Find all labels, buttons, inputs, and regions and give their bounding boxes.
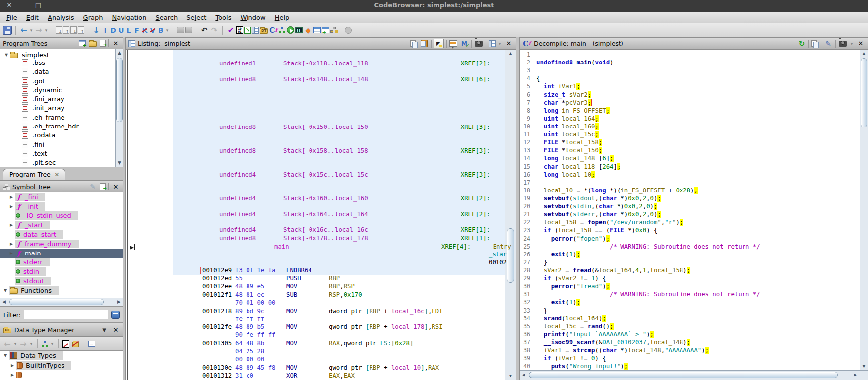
tree-item-root[interactable]: ▼simplest	[0, 49, 123, 58]
layout-dropdown-icon[interactable]: ▾	[50, 339, 54, 348]
decompile-line-22[interactable]: 22 local_158 = fopen("/dev/urandom","r")…	[520, 218, 859, 226]
symbol-tree-hscrollbar[interactable]: ◀ ▶	[0, 298, 123, 306]
xref-continuation[interactable]: _star	[489, 251, 507, 258]
scroll-right-icon[interactable]: ▶	[852, 371, 859, 379]
expander-icon[interactable]: ▶	[8, 242, 15, 246]
nav-data-icon[interactable]: D	[110, 26, 117, 35]
variable-row[interactable]: undefined8Stack[-0x150...local_150XREF[3…	[126, 124, 505, 131]
listing-options-icon[interactable]	[489, 40, 496, 47]
dropdown-icon[interactable]: ▼	[100, 325, 109, 334]
xref-target[interactable]: Entry	[493, 243, 511, 250]
variable-row[interactable]: undefined4Stack[-0x16c...local_16cXREF[1…	[126, 226, 505, 234]
copy-icon[interactable]	[811, 40, 818, 47]
nav-function-icon[interactable]: F	[133, 26, 140, 35]
symbol-tree-item-_start[interactable]: ▶ƒ_start	[0, 220, 123, 230]
decompile-line-30[interactable]: 30 perror("fread");	[520, 282, 859, 290]
decompile-line-33[interactable]: 33 }	[520, 307, 859, 315]
edit-pencil-icon[interactable]: ✎	[88, 182, 97, 191]
data-type-manager-icon[interactable]: DT	[260, 28, 268, 34]
variable-row[interactable]: undefined8Stack[-0x158...local_158XREF[3…	[126, 147, 505, 155]
filter-pointers-off-icon[interactable]	[71, 339, 80, 348]
validate-icon[interactable]: ✔	[226, 26, 235, 35]
decompile-line-32[interactable]: 32 exit(1);	[520, 298, 859, 306]
scroll-up-icon[interactable]: ▲	[860, 50, 868, 57]
dtm-item-builtintypes[interactable]: ▶BuiltInTypes	[0, 361, 123, 371]
menu-graph[interactable]: Graph	[79, 13, 108, 22]
function-call-trees-icon[interactable]	[330, 27, 337, 33]
back-icon[interactable]: ←	[19, 26, 28, 35]
close-icon[interactable]: ✕	[111, 39, 120, 48]
edit-fields-icon[interactable]	[449, 40, 457, 47]
scroll-up-icon[interactable]: ▲	[116, 49, 123, 57]
menu-edit[interactable]: Edit	[22, 13, 43, 22]
paste-icon[interactable]	[421, 40, 428, 47]
xref-label[interactable]: XREF[2]:	[461, 211, 490, 218]
instruction-row[interactable]: 001012ee48 89 e5MOVRBP,RSP	[126, 283, 505, 291]
nav-label-icon[interactable]: L	[125, 26, 132, 35]
tree-item-section[interactable]: .bss	[0, 58, 123, 67]
register-manager-icon[interactable]: ◆	[304, 26, 312, 35]
menu-navigation[interactable]: Navigation	[107, 13, 151, 22]
variable-row[interactable]: undefined4Stack[-0x160...local_160XREF[2…	[126, 195, 505, 203]
open-folder-icon[interactable]	[89, 41, 97, 47]
xref-label[interactable]: XREF[2]:	[461, 60, 490, 67]
tree-item-section[interactable]: .init_array	[0, 104, 123, 113]
decompile-line-10[interactable]: 10 uint local_160;	[520, 123, 859, 130]
variable-row[interactable]: undefined8Stack[-0x178...local_178XREF[1…	[126, 235, 505, 243]
forward-icon[interactable]: →	[19, 339, 28, 348]
expander-icon[interactable]: ▶	[8, 195, 15, 199]
decompile-line-2[interactable]: 2undefined8 main(void)	[520, 59, 859, 66]
decompile-line-23[interactable]: 23 if (local_158 == (FILE *)0x0) {	[520, 226, 859, 234]
decompile-line-36[interactable]: 36 printf("Input `AAAAAAAA` > ");	[520, 330, 859, 338]
new-tree-icon[interactable]	[79, 40, 86, 46]
close-icon[interactable]: ✕	[111, 182, 120, 191]
instruction-row[interactable]: 001012fe48 89 b5MOVqword ptr [RBP + loca…	[126, 323, 505, 331]
scroll-up-icon[interactable]: ▲	[507, 50, 514, 57]
xref-continuation[interactable]: 00102	[489, 259, 507, 266]
scroll-thumb[interactable]	[9, 299, 104, 305]
save-icon[interactable]	[3, 26, 12, 35]
back-icon[interactable]: →	[3, 339, 12, 348]
decompile-line-20[interactable]: 20 setvbuf(stdin,(char *)0x0,2,0);	[520, 202, 859, 210]
decompile-line-28[interactable]: 28 sVar2 = fread(&local_164,4,1,local_15…	[520, 266, 859, 274]
prev-highlight-icon[interactable]	[70, 26, 77, 34]
decompile-line-37[interactable]: 37 __isoc99_scanf(&DAT_00102037,local_14…	[520, 338, 859, 346]
scroll-down-icon[interactable]: ▼	[507, 372, 514, 380]
nav-bookmark-icon[interactable]: B	[157, 26, 164, 35]
decompile-line-39[interactable]: 39 if (iVar1 != 0) {	[520, 354, 859, 362]
symbol-tree-item-functions[interactable]: ▼Functions	[0, 286, 123, 295]
expander-icon[interactable]: ▶	[9, 363, 16, 368]
expander-icon[interactable]: ▶	[9, 373, 16, 377]
tree-item-section[interactable]: .plt.sec	[0, 158, 123, 167]
scroll-left-icon[interactable]: ◀	[0, 298, 8, 306]
decompile-line-14[interactable]: 14 long local_148 [6];	[520, 154, 859, 162]
clear-with-options-icon[interactable]	[185, 27, 192, 33]
clear-tool-icon[interactable]	[177, 27, 184, 33]
decompile-line-35[interactable]: 35 local_15c = rand();	[520, 322, 859, 330]
tree-item-section[interactable]: .fini_array	[0, 94, 123, 103]
listing-row[interactable]: 04 25 28	[126, 348, 505, 356]
tree-item-section[interactable]: .text	[0, 149, 123, 158]
decompiler-hscrollbar[interactable]: ◀ ▶	[520, 370, 868, 380]
symbol-tree-item-stdin[interactable]: stdin	[0, 267, 123, 276]
decompile-line-29[interactable]: 29 if (sVar2 != 1) {	[520, 274, 859, 282]
xref-label[interactable]: XREF[3]:	[461, 171, 490, 178]
decompile-line-25[interactable]: 25 /* WARNING: Subroutine does not retur…	[520, 243, 859, 251]
decompile-line-38[interactable]: 38 iVar1 = strcmp((char *)local_148,"AAA…	[520, 346, 859, 354]
nav-non-value-icon[interactable]: V	[149, 26, 156, 35]
variable-row[interactable]: undefined1Stack[-0x118...local_118XREF[2…	[126, 60, 505, 68]
tree-item-section[interactable]: .rodata	[0, 131, 123, 140]
symbol-tree-item-main[interactable]: ▶ƒmain	[0, 249, 123, 258]
back-dropdown-icon[interactable]: ▾	[13, 339, 17, 348]
symbol-tree-item-frame_dummy[interactable]: ▶ƒframe_dummy	[0, 239, 123, 249]
menu-analysis[interactable]: Analysis	[43, 13, 79, 22]
bytes-viewer-icon[interactable]: 1001	[236, 26, 243, 34]
listing-options-dropdown-icon[interactable]: ▾	[498, 39, 502, 48]
variable-row[interactable]: undefined4Stack[-0x164...local_164XREF[2…	[126, 211, 505, 219]
back-dropdown-icon[interactable]: ▾	[29, 26, 33, 35]
menu-tools[interactable]: Tools	[211, 13, 236, 22]
filter-options-icon[interactable]	[111, 311, 120, 319]
menu-file[interactable]: File	[2, 13, 22, 22]
expander-icon[interactable]: ▶	[8, 223, 15, 227]
dtm-item-data-types[interactable]: ▼Data Types	[0, 351, 123, 361]
